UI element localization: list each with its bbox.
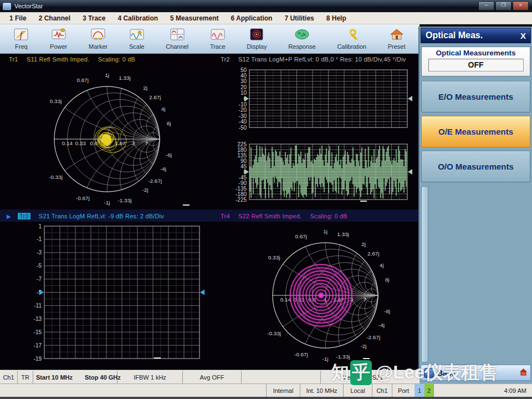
back-button[interactable]: ← Back xyxy=(421,365,531,381)
svg-text:1.33j: 1.33j xyxy=(119,75,131,81)
sweep-indicator xyxy=(363,358,370,359)
plot-area: Tr1 S11 Refl Smith Imped. Scaling: 0 dB … xyxy=(0,54,420,370)
svg-text:-1.33j: -1.33j xyxy=(336,354,350,360)
system-time: 4:09 AM xyxy=(488,384,532,397)
window-titlebar[interactable]: VectorStar – ❐ × xyxy=(0,0,532,12)
toolbar-button-channel[interactable]: Channel xyxy=(166,28,188,50)
tr2-label: Tr2 xyxy=(221,56,230,63)
eo-measurements-button[interactable]: E/O Measurements xyxy=(421,81,530,112)
toolbar-button-display[interactable]: Display xyxy=(247,28,267,50)
svg-text:-0.33j: -0.33j xyxy=(267,330,281,336)
svg-text:-2.67j: -2.67j xyxy=(366,334,380,340)
tr1-label: Tr1 xyxy=(9,56,18,63)
svg-text:-40: -40 xyxy=(239,119,247,125)
svg-text:-1: -1 xyxy=(37,236,42,242)
toolbar: f Freq Power Marker Scale Channel Trace … xyxy=(0,24,420,54)
panel-close-icon[interactable]: X xyxy=(520,31,526,40)
status-ifbw[interactable]: IFBW 1 kHz xyxy=(117,371,183,383)
svg-text:-20: -20 xyxy=(239,107,247,113)
menu-item-utilities[interactable]: 7 Utilities xyxy=(278,14,320,22)
status-sweep-range[interactable]: Start 10 MHzStop 40 GHz xyxy=(33,371,117,383)
panel-header: Optical Meas. X xyxy=(421,28,531,43)
minimize-button[interactable]: – xyxy=(478,1,494,11)
optical-measurements-toggle[interactable]: Optical Measurements OFF xyxy=(421,47,530,76)
svg-text:-8j: -8j xyxy=(384,308,390,314)
svg-text:8j: 8j xyxy=(385,277,390,283)
status-channel: Ch1 xyxy=(0,371,18,383)
status-avg[interactable]: Avg OFF xyxy=(183,371,242,383)
svg-text:-11: -11 xyxy=(34,303,42,309)
toolbar-button-preset[interactable]: Preset xyxy=(388,28,406,50)
svg-text:-19: -19 xyxy=(34,356,42,362)
sweep-indicator xyxy=(154,357,161,359)
toggle-value: OFF xyxy=(428,59,524,71)
svg-text:-2j: -2j xyxy=(360,343,366,349)
tr3-desc: S21 Trans LogM RefLvl: -9 dB Res: 2 dB/D… xyxy=(39,213,164,219)
svg-text:-1j: -1j xyxy=(104,200,110,206)
toolbar-button-freq[interactable]: f Freq xyxy=(14,28,28,50)
svg-text:1j: 1j xyxy=(105,72,109,78)
tr4-desc: S22 Refl Smith Imped. xyxy=(238,213,301,219)
toolbar-button-calibration[interactable]: Calibration xyxy=(337,28,366,50)
svg-text:8j: 8j xyxy=(167,120,171,126)
svg-text:50: 50 xyxy=(241,67,247,73)
menu-item-calibration[interactable]: 4 Calibration xyxy=(111,14,164,22)
oo-measurements-button[interactable]: O/O Measurements xyxy=(421,151,530,182)
svg-text:-2j: -2j xyxy=(142,187,148,193)
marker-icon xyxy=(91,28,105,43)
system-reference: Internal xyxy=(266,384,300,397)
status-start[interactable]: Start 10 MHz xyxy=(36,374,73,381)
svg-text:-5: -5 xyxy=(37,263,42,269)
scale-icon xyxy=(130,28,144,43)
freq-icon: f xyxy=(14,28,28,43)
trace-header-tr3[interactable]: ▶Tr3 S21 Trans LogM RefLvl: -9 dB Res: 2… xyxy=(7,213,171,219)
menu-item-application[interactable]: 6 Application xyxy=(224,14,278,22)
svg-text:40: 40 xyxy=(241,73,247,79)
system-spacer xyxy=(0,384,266,397)
window-title: VectorStar xyxy=(14,3,43,9)
status-stop[interactable]: Stop 40 GHz xyxy=(85,374,121,381)
port-label: Port xyxy=(392,384,415,397)
channel-status-bar: Ch1 TR Start 10 MHzStop 40 GHz IFBW 1 kH… xyxy=(0,370,420,383)
menu-item-channel[interactable]: 2 Channel xyxy=(33,14,76,22)
menu-item-file[interactable]: 1 File xyxy=(3,14,33,22)
close-button[interactable]: × xyxy=(513,1,529,11)
svg-text:10: 10 xyxy=(241,90,247,96)
oe-measurements-button[interactable]: O/E Measurements xyxy=(421,116,530,147)
svg-text:-0.33j: -0.33j xyxy=(49,174,63,180)
tr3-log-plot[interactable]: 1-1-3-5-7-9-11-13-15-17-19 xyxy=(25,223,206,364)
tr2-phase-plot[interactable]: 22518013590450-45-90-135-180-225 xyxy=(231,141,414,205)
restore-button[interactable]: ❐ xyxy=(495,1,511,11)
port1-indicator: 1 xyxy=(415,384,424,397)
svg-text:1j: 1j xyxy=(323,228,328,234)
tr4-smith-chart[interactable]: 0.33j0.67j1j1.33j2j2.67j4j8j-0.33j-0.67j… xyxy=(250,226,400,365)
trace-header-tr2[interactable]: Tr2 S12 Trans LogM+P RefLvl: 0 dB,0 ° Re… xyxy=(221,56,418,63)
toolbar-button-marker[interactable]: Marker xyxy=(89,28,108,50)
trace-header-tr1[interactable]: Tr1 S11 Refl Smith Imped. Scaling: 0 dB xyxy=(9,56,142,63)
tr1-smith-chart[interactable]: 0.33j0.67j1j1.33j2j2.67j4j8j-0.33j-0.67j… xyxy=(32,70,182,208)
status-measuring: Measuring S21 xyxy=(321,371,404,383)
panel-scrollbar[interactable] xyxy=(421,186,428,362)
status-pad xyxy=(404,371,420,383)
back-arrow-icon: ← xyxy=(424,368,434,378)
toolbar-button-trace[interactable]: Trace xyxy=(210,28,226,50)
svg-text:-30: -30 xyxy=(239,113,247,119)
home-icon xyxy=(519,368,528,378)
menu-item-trace[interactable]: 3 Trace xyxy=(76,14,111,22)
svg-text:0.33: 0.33 xyxy=(75,140,86,146)
svg-text:-10: -10 xyxy=(239,101,247,108)
svg-text:2j: 2j xyxy=(361,241,366,247)
channel-icon xyxy=(170,28,185,43)
toolbar-button-response[interactable]: Response xyxy=(288,28,316,50)
tr2-desc: S12 Trans LogM+P RefLvl: 0 dB,0 ° Res: 1… xyxy=(238,56,406,63)
svg-text:-8j: -8j xyxy=(166,152,172,158)
port2-indicator: 2 xyxy=(424,384,434,397)
tr2-magnitude-plot[interactable]: 50403020100-10-20-30-40-50 xyxy=(231,66,414,133)
trace-header-tr4[interactable]: Tr4 S22 Refl Smith Imped. Scaling: 0 dB xyxy=(221,213,354,219)
toolbar-button-scale[interactable]: Scale xyxy=(129,28,145,50)
menu-item-help[interactable]: 8 Help xyxy=(320,14,352,22)
toolbar-button-power[interactable]: Power xyxy=(50,28,67,50)
menu-item-measurement[interactable]: 5 Measurement xyxy=(164,14,224,22)
vectorstar-window: VectorStar – ❐ × 1 File 2 Channel 3 Trac… xyxy=(0,0,532,399)
optical-meas-panel: Optical Meas. X Optical Measurements OFF… xyxy=(418,27,532,383)
